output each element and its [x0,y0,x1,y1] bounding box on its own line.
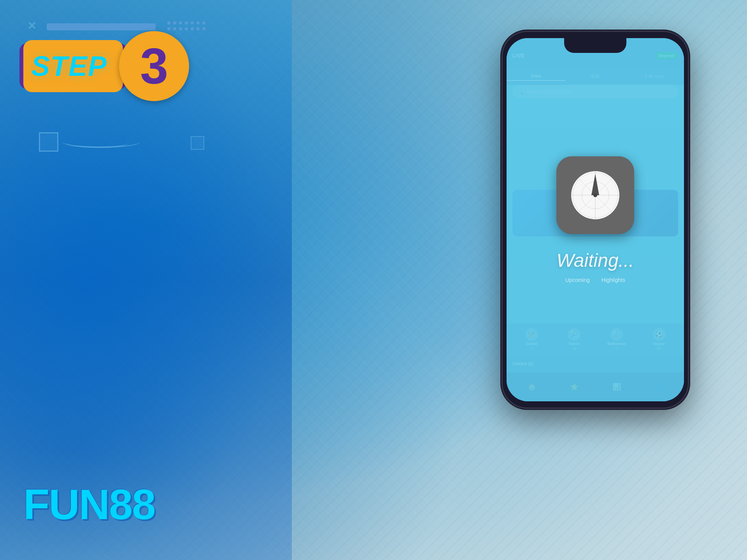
upcoming-label: Upcoming [565,277,590,283]
step-number-circle: 3 [119,31,189,101]
deco-bar [47,23,156,30]
waiting-text: Waiting... [556,250,634,271]
brand-name: FUN88 [23,480,155,528]
phone-mockup: LIVE Deposit Saba B2B 1-48 +port 🔍 Searc… [502,31,689,408]
compass-icon [568,168,622,222]
deco-wave-2 [66,138,128,148]
step-number: 3 [140,41,168,91]
phone-notch [564,38,626,53]
waiting-overlay: Waiting... Upcoming Highlights [507,38,684,401]
waiting-sub-labels: Upcoming Highlights [565,277,626,283]
cross-icon: ✕ [27,19,36,32]
deco-small-square [191,136,204,150]
phone-frame: LIVE Deposit Saba B2B 1-48 +port 🔍 Searc… [502,31,689,408]
app-icon [556,156,634,234]
step-label: STEP [31,51,107,82]
highlights-label: Highlights [601,277,625,283]
step-badge: STEP 3 [19,31,189,101]
step-banner: STEP [19,43,127,89]
phone-screen: LIVE Deposit Saba B2B 1-48 +port 🔍 Searc… [507,38,684,401]
svg-point-8 [593,193,597,197]
deco-dots [167,21,206,31]
deco-square [39,132,58,152]
brand-logo: FUN88 [23,480,155,529]
